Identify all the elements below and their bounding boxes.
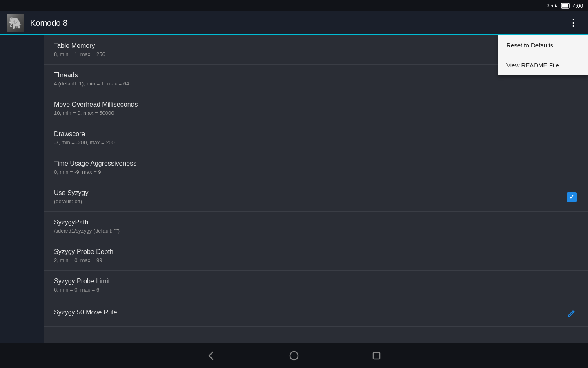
overflow-menu-button[interactable]: ⋮ [566,14,581,31]
move-overhead-milliseconds-item[interactable]: Move Overhead Milliseconds 10, min = 0, … [44,94,588,123]
dropdown-menu: Reset to Defaults View README File [498,35,588,75]
time-usage-aggressiveness-subtitle: 0, min = -9, max = 9 [54,169,578,175]
svg-rect-4 [373,352,380,359]
syzygy-probe-limit-title: Syzygy Probe Limit [54,278,578,285]
move-overhead-milliseconds-subtitle: 10, min = 0, max = 50000 [54,110,578,116]
move-overhead-milliseconds-title: Move Overhead Milliseconds [54,101,578,108]
main-content: Table Memory 8, min = 1, max = 256 Threa… [44,35,588,343]
drawscore-subtitle: -7, min = -200, max = 200 [54,139,578,146]
syzygy-probe-depth-title: Syzygy Probe Depth [54,248,578,256]
time-usage-aggressiveness-item[interactable]: Time Usage Aggressiveness 0, min = -9, m… [44,153,588,182]
app-bar: Komodo 8 ⋮ [0,11,588,35]
use-syzygy-checkbox[interactable] [565,191,578,204]
svg-rect-2 [562,4,568,8]
sidebar [0,35,44,343]
back-button[interactable] [203,347,220,364]
syzygy-probe-depth-item[interactable]: Syzygy Probe Depth 2, min = 0, max = 99 [44,241,588,271]
nav-bar [0,343,588,368]
svg-rect-1 [569,4,570,7]
recents-button[interactable] [368,347,385,364]
drawscore-item[interactable]: Drawscore -7, min = -200, max = 200 [44,123,588,153]
battery-icon [561,3,570,9]
view-readme-menu-item[interactable]: View README File [498,55,588,75]
reset-defaults-menu-item[interactable]: Reset to Defaults [498,35,588,55]
signal-icon: 3G▲ [547,3,558,9]
svg-point-3 [290,352,298,360]
use-syzygy-checkbox-checked [567,192,577,202]
syzygy-probe-limit-item[interactable]: Syzygy Probe Limit 6, min = 0, max = 6 [44,271,588,300]
use-syzygy-subtitle: (default: off) [54,198,565,204]
drawscore-title: Drawscore [54,130,578,138]
edit-icon [567,309,576,318]
syzygy-path-item[interactable]: SyzygyPath /sdcard1/syzygy (default: "") [44,212,588,241]
use-syzygy-title: Use Syzygy [54,189,565,197]
app-title: Komodo 8 [30,18,566,28]
recents-icon [371,350,382,361]
syzygy-probe-depth-subtitle: 2, min = 0, max = 99 [54,257,578,263]
home-icon [289,350,299,361]
settings-list: Table Memory 8, min = 1, max = 256 Threa… [44,35,588,327]
time-usage-aggressiveness-title: Time Usage Aggressiveness [54,160,578,167]
use-syzygy-item[interactable]: Use Syzygy (default: off) [44,182,588,212]
syzygy-path-subtitle: /sdcard1/syzygy (default: "") [54,228,578,234]
threads-subtitle: 4 (default: 1), min = 1, max = 64 [54,81,578,87]
app-icon [7,14,24,32]
syzygy-50-move-rule-title: Syzygy 50 Move Rule [54,309,565,316]
clock: 4:00 [573,3,583,9]
back-icon [206,350,217,361]
syzygy-probe-limit-subtitle: 6, min = 0, max = 6 [54,287,578,293]
syzygy-50-move-rule-edit[interactable] [565,307,578,320]
syzygy-50-move-rule-item[interactable]: Syzygy 50 Move Rule [44,300,588,327]
home-button[interactable] [285,347,303,364]
syzygy-path-title: SyzygyPath [54,219,578,226]
status-bar: 3G▲ 4:00 [0,0,588,11]
